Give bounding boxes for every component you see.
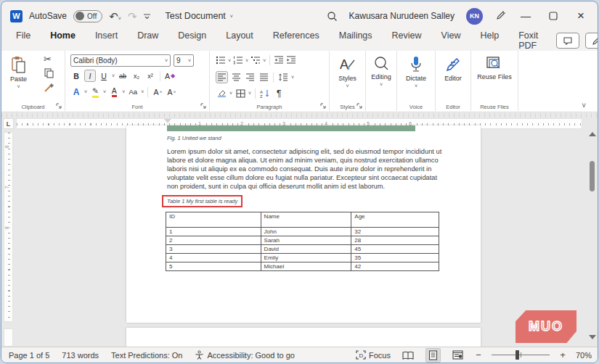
tab-review[interactable]: Review bbox=[391, 28, 423, 54]
superscript-button[interactable]: x² bbox=[144, 70, 156, 82]
tab-stop-selector[interactable]: L bbox=[3, 118, 14, 129]
zoom-in-button[interactable]: + bbox=[559, 349, 566, 360]
collapse-ribbon-button[interactable]: ˅ bbox=[582, 102, 586, 109]
tab-foxit-pdf[interactable]: Foxit PDF bbox=[517, 28, 539, 54]
shrink-font-button[interactable]: A˅ bbox=[166, 86, 177, 98]
document-table[interactable]: IDNameAge 1John322Sarah283David454Emily3… bbox=[166, 212, 439, 271]
multilevel-list-button[interactable] bbox=[250, 56, 261, 65]
font-size-select[interactable]: 9˅ bbox=[174, 54, 194, 67]
justify-button[interactable] bbox=[258, 71, 269, 83]
show-paragraph-marks-button[interactable]: ¶ bbox=[273, 87, 285, 99]
tab-references[interactable]: References bbox=[272, 28, 321, 54]
borders-button[interactable] bbox=[235, 87, 246, 99]
minimize-button[interactable]: — bbox=[518, 10, 534, 22]
clipboard-dialog-launcher[interactable] bbox=[56, 103, 62, 109]
word-logo-icon[interactable]: W bbox=[10, 10, 23, 22]
table-cell[interactable]: 42 bbox=[351, 262, 439, 271]
tab-layout[interactable]: Layout bbox=[224, 28, 255, 54]
document-title[interactable]: Test Document ˅ bbox=[165, 11, 232, 21]
tab-mailings[interactable]: Mailings bbox=[338, 28, 374, 54]
editing-mode-button[interactable]: Editing ˅ bbox=[585, 33, 598, 49]
tab-design[interactable]: Design bbox=[176, 28, 208, 54]
reuse-files-button[interactable]: Reuse Files bbox=[471, 52, 518, 80]
align-right-button[interactable] bbox=[244, 71, 256, 83]
tab-home[interactable]: Home bbox=[49, 28, 77, 54]
table-cell[interactable]: 32 bbox=[351, 228, 439, 236]
zoom-out-button[interactable]: − bbox=[475, 349, 482, 360]
accessibility-status[interactable]: Accessibility: Good to go bbox=[195, 350, 294, 360]
page-indicator[interactable]: Page 1 of 5 bbox=[9, 351, 49, 360]
table-cell[interactable]: 4 bbox=[166, 254, 261, 262]
sort-button[interactable]: AZ bbox=[259, 87, 271, 99]
subscript-button[interactable]: x₂ bbox=[131, 70, 142, 82]
word-count[interactable]: 713 words bbox=[62, 351, 99, 360]
tab-insert[interactable]: Insert bbox=[94, 28, 119, 54]
scroll-up-arrow[interactable] bbox=[589, 132, 596, 136]
dictate-button[interactable]: Dictate ˅ bbox=[397, 52, 435, 88]
zoom-slider[interactable] bbox=[492, 350, 550, 360]
quick-access-customize-icon[interactable] bbox=[143, 13, 151, 20]
bullets-button[interactable] bbox=[216, 56, 226, 65]
search-icon[interactable] bbox=[327, 11, 338, 22]
italic-button[interactable]: I bbox=[84, 70, 96, 82]
editor-button[interactable]: Editor bbox=[436, 52, 470, 82]
table-cell[interactable]: David bbox=[261, 245, 351, 254]
vertical-scrollbar[interactable] bbox=[586, 113, 598, 348]
figure-image-bottom-edge[interactable] bbox=[167, 125, 415, 131]
font-color-button[interactable]: A bbox=[108, 86, 120, 98]
table-cell[interactable]: 35 bbox=[351, 254, 439, 262]
styles-dialog-launcher[interactable] bbox=[356, 103, 363, 109]
numbering-button[interactable] bbox=[233, 56, 243, 65]
first-line-indent-marker[interactable] bbox=[164, 119, 171, 123]
line-spacing-button[interactable] bbox=[277, 71, 289, 83]
table-caption[interactable]: Table 1 My first table is ready bbox=[167, 198, 237, 204]
focus-mode-button[interactable]: D Focus bbox=[356, 350, 391, 360]
maximize-button[interactable] bbox=[545, 12, 561, 20]
undo-button[interactable]: ↶˅ bbox=[109, 11, 121, 22]
zoom-slider-thumb[interactable] bbox=[516, 350, 519, 360]
tab-file[interactable]: File bbox=[15, 28, 32, 54]
paragraph-dialog-launcher[interactable] bbox=[320, 103, 327, 109]
table-header-cell[interactable]: Name bbox=[261, 212, 351, 228]
redo-button[interactable]: ↷ bbox=[128, 11, 137, 22]
tab-help[interactable]: Help bbox=[478, 28, 500, 54]
table-cell[interactable]: Emily bbox=[261, 254, 351, 262]
table-cell[interactable]: John bbox=[261, 228, 351, 236]
avatar[interactable]: KN bbox=[466, 8, 483, 25]
table-header-cell[interactable]: Age bbox=[351, 212, 439, 228]
read-mode-button[interactable] bbox=[400, 349, 416, 361]
table-cell[interactable]: 45 bbox=[351, 245, 439, 254]
scrollbar-thumb[interactable] bbox=[590, 161, 595, 191]
table-cell[interactable]: 5 bbox=[166, 262, 261, 271]
comments-button[interactable] bbox=[556, 33, 579, 49]
bold-button[interactable]: B bbox=[70, 70, 82, 82]
zoom-level[interactable]: 70% bbox=[576, 351, 592, 360]
change-case-button[interactable]: Aa bbox=[127, 86, 139, 98]
text-predictions-indicator[interactable]: Text Predictions: On bbox=[111, 351, 182, 360]
cut-button[interactable]: ✂ bbox=[44, 54, 52, 65]
figure-caption[interactable]: Fig. 1 United we stand bbox=[167, 135, 221, 141]
tab-view[interactable]: View bbox=[440, 28, 463, 54]
table-cell[interactable]: 2 bbox=[166, 236, 261, 245]
web-layout-button[interactable] bbox=[450, 349, 465, 361]
font-name-select[interactable]: Calibri (Body)˅ bbox=[70, 54, 171, 67]
table-cell[interactable]: Michael bbox=[261, 262, 351, 271]
table-cell[interactable]: 1 bbox=[166, 228, 261, 236]
document-page-2[interactable] bbox=[126, 328, 481, 348]
body-paragraph[interactable]: Lorem ipsum dolor sit amet, consectetur … bbox=[167, 148, 442, 191]
editing-dropdown-button[interactable]: Editing ˅ bbox=[366, 52, 396, 87]
table-cell[interactable]: 3 bbox=[166, 245, 261, 254]
paste-button[interactable]: Paste ˅ bbox=[10, 52, 27, 89]
clear-formatting-button[interactable]: A◆ bbox=[164, 70, 176, 82]
shading-button[interactable] bbox=[216, 87, 227, 99]
vertical-ruler[interactable]: 678 bbox=[4, 132, 13, 322]
text-effects-button[interactable]: A bbox=[70, 86, 82, 98]
align-left-button[interactable] bbox=[216, 71, 228, 83]
table-cell[interactable]: 28 bbox=[351, 236, 439, 245]
autosave-toggle[interactable]: Off bbox=[73, 10, 102, 22]
tab-draw[interactable]: Draw bbox=[136, 28, 160, 54]
copy-button[interactable] bbox=[44, 68, 54, 78]
increase-indent-button[interactable] bbox=[286, 56, 296, 65]
underline-button[interactable]: U bbox=[98, 70, 110, 82]
table-cell[interactable]: Sarah bbox=[261, 236, 351, 245]
